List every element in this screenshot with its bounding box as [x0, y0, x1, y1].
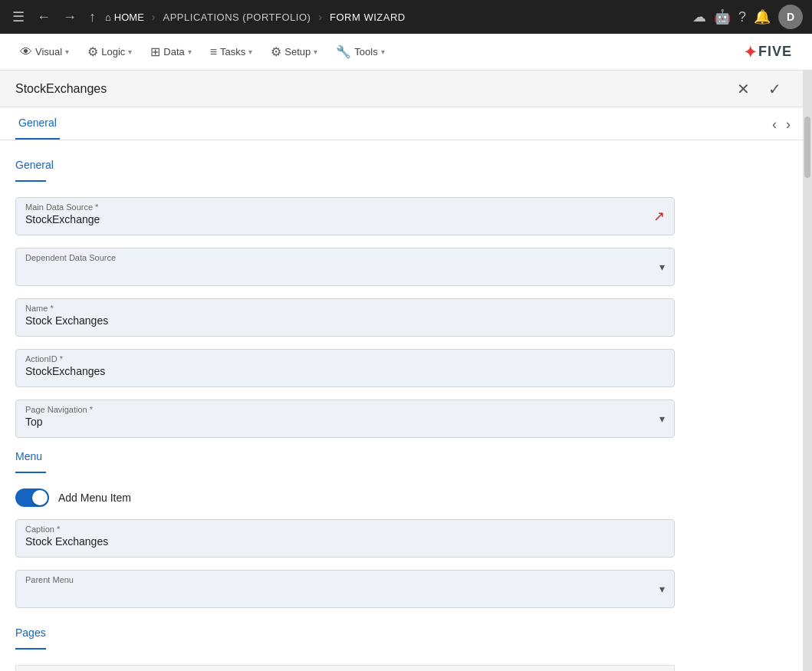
toolbar-tasks[interactable]: ≡ Tasks ▾ [202, 41, 261, 64]
form-header-actions: ✕ ✓ [731, 77, 787, 101]
dependent-data-source-field: Dependent Data Source ▾ [15, 248, 675, 286]
action-id-group: ActionID * StockExchanges [15, 349, 675, 387]
secondary-toolbar: 👁 Visual ▾ ⚙ Logic ▾ ⊞ Data ▾ ≡ Tasks ▾ … [0, 34, 812, 71]
tab-general[interactable]: General [15, 107, 60, 140]
sep2: › [318, 11, 322, 23]
scroll-thumb[interactable] [804, 117, 810, 178]
pages-section: Pages Type Action Caption + Form ▾ [15, 627, 675, 671]
caption-field: Caption * Stock Exchanges [15, 519, 675, 558]
logic-icon: ⚙ [87, 44, 98, 59]
add-menu-item-toggle[interactable] [15, 488, 49, 507]
page-nav-field: Page Navigation * Top ▾ [15, 400, 675, 438]
toggle-thumb [32, 490, 48, 505]
home-label: HOME [114, 12, 144, 23]
parent-menu-dropdown-icon[interactable]: ▾ [659, 583, 665, 595]
tools-arrow: ▾ [381, 48, 385, 56]
main-data-source-group: Main Data Source * StockExchange ↗ [15, 197, 675, 235]
caption-label: Caption * [25, 525, 665, 534]
data-icon: ⊞ [150, 44, 160, 59]
form-panel: StockExchanges ✕ ✓ General ‹ › General [0, 71, 803, 671]
close-button[interactable]: ✕ [731, 77, 756, 101]
toolbar-tools[interactable]: 🔧 Tools ▾ [328, 40, 392, 64]
toolbar-visual[interactable]: 👁 Visual ▾ [12, 41, 77, 64]
dependent-data-source-label: Dependent Data Source [25, 253, 665, 262]
setup-icon: ⚙ [271, 44, 281, 59]
help-icon[interactable]: ? [738, 9, 746, 25]
parent-menu-field: Parent Menu ▾ [15, 570, 675, 608]
tasks-label: Tasks [220, 46, 245, 58]
scroll-arrows: ‹ › [769, 113, 794, 136]
back-icon[interactable]: ← [34, 6, 54, 28]
page-nav-value[interactable]: Top [25, 416, 665, 431]
setup-arrow: ▾ [314, 48, 317, 56]
five-logo: ✦ FIVE [736, 38, 800, 66]
name-value[interactable]: Stock Exchanges [25, 314, 665, 330]
app-label[interactable]: APPLICATIONS (PORTFOLIO) [163, 12, 311, 23]
caption-group: Caption * Stock Exchanges [15, 519, 675, 558]
page-nav-group: Page Navigation * Top ▾ [15, 400, 675, 438]
setup-label: Setup [284, 46, 311, 58]
menu-icon[interactable]: ☰ [9, 5, 28, 28]
visual-icon: 👁 [20, 45, 32, 59]
menu-section: Menu Add Menu Item Caption * Stock Excha… [15, 450, 675, 608]
toolbar-logic[interactable]: ⚙ Logic ▾ [80, 40, 140, 64]
form-header: StockExchanges ✕ ✓ [0, 71, 803, 107]
general-heading: General [15, 159, 675, 171]
parent-menu-label: Parent Menu [25, 575, 665, 584]
toggle-label: Add Menu Item [58, 492, 131, 504]
scrollbar[interactable] [803, 71, 812, 671]
action-id-value[interactable]: StockExchanges [25, 365, 665, 380]
five-logo-text: FIVE [758, 44, 792, 60]
action-id-field: ActionID * StockExchanges [15, 349, 675, 387]
link-arrow-icon[interactable]: ↗ [653, 208, 665, 225]
tabs-area: General ‹ › [0, 107, 803, 140]
page-nav-dropdown-icon[interactable]: ▾ [659, 413, 665, 425]
pages-heading: Pages [15, 627, 675, 639]
wizard-label[interactable]: FORM WIZARD [330, 12, 406, 23]
main-data-source-value[interactable]: StockExchange [25, 213, 665, 229]
confirm-button[interactable]: ✓ [762, 77, 787, 101]
main-data-source-field: Main Data Source * StockExchange ↗ [15, 197, 675, 235]
logic-arrow: ▾ [128, 48, 132, 56]
tasks-arrow: ▾ [248, 48, 252, 56]
scroll-left-button[interactable]: ‹ [769, 113, 780, 136]
avatar[interactable]: D [778, 5, 803, 29]
tools-icon: 🔧 [336, 44, 351, 59]
home-icon: ⌂ [105, 12, 111, 23]
parent-menu-group: Parent Menu ▾ [15, 570, 675, 608]
main-data-source-label: Main Data Source * [25, 202, 665, 212]
name-label: Name * [25, 304, 665, 313]
menu-heading: Menu [15, 450, 675, 462]
up-icon[interactable]: ↑ [86, 6, 99, 28]
tasks-icon: ≡ [210, 45, 217, 59]
data-label: Data [163, 46, 184, 58]
pages-table-header: Type Action Caption + [15, 665, 675, 671]
dependent-data-source-value[interactable] [25, 264, 665, 279]
add-menu-item-row: Add Menu Item [15, 488, 675, 507]
scroll-right-button[interactable]: › [783, 113, 794, 136]
logic-label: Logic [101, 46, 125, 58]
dependent-dropdown-icon[interactable]: ▾ [659, 261, 665, 273]
home-nav[interactable]: ⌂ HOME [105, 12, 144, 23]
name-field: Name * Stock Exchanges [15, 298, 675, 337]
forward-icon[interactable]: → [60, 6, 80, 28]
menu-underline [15, 472, 46, 473]
bell-icon[interactable]: 🔔 [754, 8, 771, 25]
add-page-button[interactable]: + [655, 668, 665, 672]
tools-label: Tools [354, 46, 377, 58]
cloud-icon[interactable]: ☁ [692, 8, 706, 25]
form-body: General Main Data Source * StockExchange… [0, 140, 690, 671]
parent-menu-value[interactable] [25, 586, 665, 601]
top-nav: ☰ ← → ↑ ⌂ HOME › APPLICATIONS (PORTFOLIO… [0, 0, 812, 34]
page-nav-label: Page Navigation * [25, 405, 665, 414]
main-content: StockExchanges ✕ ✓ General ‹ › General [0, 71, 812, 671]
user-icon[interactable]: 🤖 [714, 8, 731, 25]
toolbar-data[interactable]: ⊞ Data ▾ [143, 40, 199, 64]
data-arrow: ▾ [188, 48, 192, 56]
action-id-label: ActionID * [25, 354, 665, 363]
form-title: StockExchanges [15, 82, 107, 96]
visual-arrow: ▾ [65, 48, 69, 56]
name-group: Name * Stock Exchanges [15, 298, 675, 337]
toolbar-setup[interactable]: ⚙ Setup ▾ [263, 40, 325, 64]
caption-value[interactable]: Stock Exchanges [25, 535, 665, 551]
